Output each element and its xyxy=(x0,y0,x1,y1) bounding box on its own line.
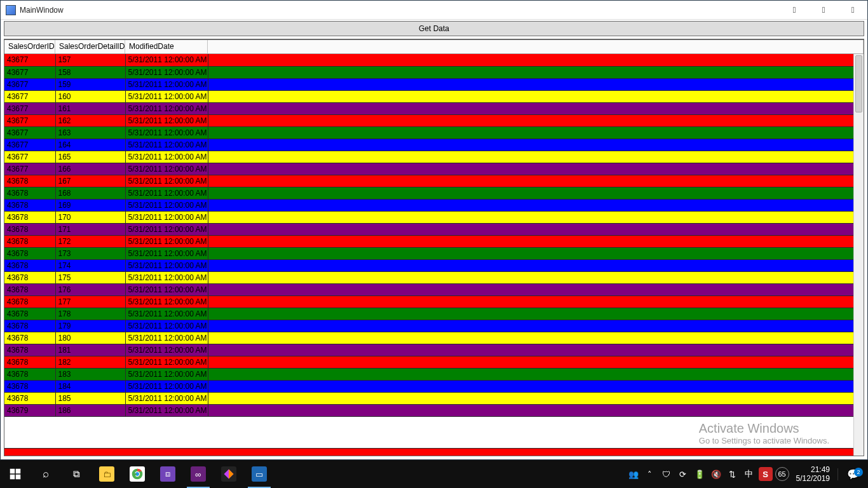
table-row[interactable]: 436781695/31/2011 12:00:00 AM xyxy=(4,199,853,211)
table-cell[interactable]: 184 xyxy=(55,380,125,392)
table-cell[interactable]: 176 xyxy=(55,283,125,295)
volume-mute-icon[interactable]: 🔇 xyxy=(709,460,724,488)
table-cell[interactable]: 161 xyxy=(55,102,125,114)
table-cell[interactable]: 179 xyxy=(55,320,125,332)
ime-icon[interactable]: 中 xyxy=(742,460,757,488)
table-row[interactable]: 436771615/31/2011 12:00:00 AM xyxy=(4,102,853,114)
table-cell[interactable]: 172 xyxy=(55,235,125,247)
taskbar-app-mainwindow[interactable]: ▭ xyxy=(244,460,275,488)
table-cell[interactable]: 183 xyxy=(55,368,125,380)
scrollbar-thumb[interactable] xyxy=(855,55,862,112)
table-cell[interactable]: 5/31/2011 12:00:00 AM xyxy=(125,163,208,175)
table-cell[interactable]: 177 xyxy=(55,295,125,308)
table-cell[interactable]: 43678 xyxy=(4,259,55,271)
table-row[interactable]: 436781755/31/2011 12:00:00 AM xyxy=(4,271,853,283)
taskbar-app-explorer[interactable]: 🗀 xyxy=(92,460,122,488)
table-cell[interactable]: 168 xyxy=(55,187,125,199)
table-cell[interactable]: 5/31/2011 12:00:00 AM xyxy=(125,392,208,404)
table-cell[interactable]: 159 xyxy=(55,78,125,90)
taskbar-app-vscode[interactable]: ⧈ xyxy=(153,460,183,488)
table-row[interactable]: 436781675/31/2011 12:00:00 AM xyxy=(4,175,853,187)
table-cell[interactable]: 163 xyxy=(55,126,125,139)
table-row[interactable]: 436781805/31/2011 12:00:00 AM xyxy=(4,332,853,344)
table-cell[interactable]: 43677 xyxy=(4,139,55,151)
table-cell[interactable]: 173 xyxy=(55,247,125,259)
table-cell[interactable]: 43678 xyxy=(4,283,55,295)
column-header[interactable]: SalesOrderID xyxy=(4,40,55,53)
table-cell[interactable]: 43677 xyxy=(4,54,55,66)
table-cell[interactable]: 5/31/2011 12:00:00 AM xyxy=(125,187,208,199)
table-cell[interactable]: 164 xyxy=(55,139,125,151)
table-row[interactable]: 436781775/31/2011 12:00:00 AM xyxy=(4,295,853,308)
table-cell[interactable]: 5/31/2011 12:00:00 AM xyxy=(125,283,208,295)
table-row[interactable]: 436781765/31/2011 12:00:00 AM xyxy=(4,283,853,295)
maximize-button[interactable]:  xyxy=(809,1,838,19)
table-row[interactable]: 436781855/31/2011 12:00:00 AM xyxy=(4,392,853,404)
table-cell[interactable]: 5/31/2011 12:00:00 AM xyxy=(125,271,208,283)
vertical-scrollbar[interactable] xyxy=(853,54,864,456)
table-cell[interactable]: 43678 xyxy=(4,187,55,199)
table-row[interactable]: 436781835/31/2011 12:00:00 AM xyxy=(4,368,853,380)
table-cell[interactable]: 175 xyxy=(55,271,125,283)
table-row[interactable]: 436781705/31/2011 12:00:00 AM xyxy=(4,211,853,223)
table-cell[interactable]: 43678 xyxy=(4,175,55,187)
table-cell[interactable]: 43677 xyxy=(4,151,55,163)
table-row[interactable]: 436771575/31/2011 12:00:00 AM xyxy=(4,54,853,66)
table-row[interactable]: 436771635/31/2011 12:00:00 AM xyxy=(4,126,853,139)
table-cell[interactable]: 5/31/2011 12:00:00 AM xyxy=(125,114,208,126)
table-cell[interactable]: 5/31/2011 12:00:00 AM xyxy=(125,139,208,151)
table-cell[interactable]: 43678 xyxy=(4,295,55,308)
table-cell[interactable]: 43677 xyxy=(4,126,55,139)
battery-icon[interactable]: 🔋 xyxy=(692,460,707,488)
table-cell[interactable]: 5/31/2011 12:00:00 AM xyxy=(125,344,208,356)
table-cell[interactable]: 5/31/2011 12:00:00 AM xyxy=(125,211,208,223)
table-cell[interactable]: 5/31/2011 12:00:00 AM xyxy=(125,102,208,114)
table-row[interactable]: 436771665/31/2011 12:00:00 AM xyxy=(4,163,853,175)
table-cell[interactable]: 174 xyxy=(55,259,125,271)
sync-icon[interactable]: ⟳ xyxy=(675,460,691,488)
table-cell[interactable]: 5/31/2011 12:00:00 AM xyxy=(125,380,208,392)
table-cell[interactable]: 5/31/2011 12:00:00 AM xyxy=(125,126,208,139)
table-row[interactable]: 436781735/31/2011 12:00:00 AM xyxy=(4,247,853,259)
taskbar-app-chrome[interactable] xyxy=(122,460,153,488)
minimize-button[interactable]:  xyxy=(780,1,809,19)
table-cell[interactable]: 169 xyxy=(55,199,125,211)
table-cell[interactable]: 43677 xyxy=(4,90,55,102)
taskbar-app-blend[interactable] xyxy=(214,460,244,488)
table-cell[interactable]: 43678 xyxy=(4,344,55,356)
table-cell[interactable]: 43677 xyxy=(4,163,55,175)
grid-body[interactable]: 436771575/31/2011 12:00:00 AM436771585/3… xyxy=(4,54,853,456)
table-cell[interactable]: 170 xyxy=(55,211,125,223)
sogou-icon[interactable]: S xyxy=(758,460,773,488)
system-tray[interactable]: 👥 ˄ 🛡 ⟳ 🔋 🔇 ⇅ 中 S 65 21:49 5/12/2019 xyxy=(623,460,837,488)
start-button[interactable] xyxy=(0,460,31,488)
table-row[interactable]: 436781725/31/2011 12:00:00 AM xyxy=(4,235,853,247)
table-row[interactable]: 436781825/31/2011 12:00:00 AM xyxy=(4,356,853,368)
table-cell[interactable]: 43678 xyxy=(4,271,55,283)
table-row[interactable]: 436781685/31/2011 12:00:00 AM xyxy=(4,187,853,199)
shield-icon[interactable]: 🛡 xyxy=(659,460,674,488)
temperature-badge[interactable]: 65 xyxy=(775,460,790,488)
titlebar[interactable]: MainWindow    xyxy=(1,1,867,20)
taskbar-app-visualstudio[interactable]: ∞ xyxy=(183,460,214,488)
table-cell[interactable]: 165 xyxy=(55,151,125,163)
table-cell[interactable]: 5/31/2011 12:00:00 AM xyxy=(125,404,208,416)
people-icon[interactable]: 👥 xyxy=(626,460,641,488)
table-cell[interactable]: 180 xyxy=(55,332,125,344)
table-row[interactable]: 436771655/31/2011 12:00:00 AM xyxy=(4,151,853,163)
table-row[interactable]: 436781715/31/2011 12:00:00 AM xyxy=(4,223,853,235)
column-header[interactable]: ModifiedDate xyxy=(125,40,208,53)
table-cell[interactable]: 5/31/2011 12:00:00 AM xyxy=(125,356,208,368)
table-cell[interactable]: 43678 xyxy=(4,332,55,344)
table-row[interactable]: 436771595/31/2011 12:00:00 AM xyxy=(4,78,853,90)
table-row[interactable]: 436781795/31/2011 12:00:00 AM xyxy=(4,320,853,332)
table-cell[interactable]: 5/31/2011 12:00:00 AM xyxy=(125,199,208,211)
get-data-button[interactable]: Get Data xyxy=(4,21,864,36)
table-cell[interactable]: 43677 xyxy=(4,102,55,114)
table-cell[interactable]: 5/31/2011 12:00:00 AM xyxy=(125,308,208,320)
table-cell[interactable]: 171 xyxy=(55,223,125,235)
table-cell[interactable]: 43678 xyxy=(4,320,55,332)
taskbar[interactable]: ⌕ ⧉ 🗀 ⧈ ∞ ▭ 👥 ˄ 🛡 ⟳ 🔋 🔇 ⇅ 中 S 65 21:49 5… xyxy=(0,460,868,488)
table-cell[interactable]: 181 xyxy=(55,344,125,356)
clock[interactable]: 21:49 5/12/2019 xyxy=(791,465,835,483)
